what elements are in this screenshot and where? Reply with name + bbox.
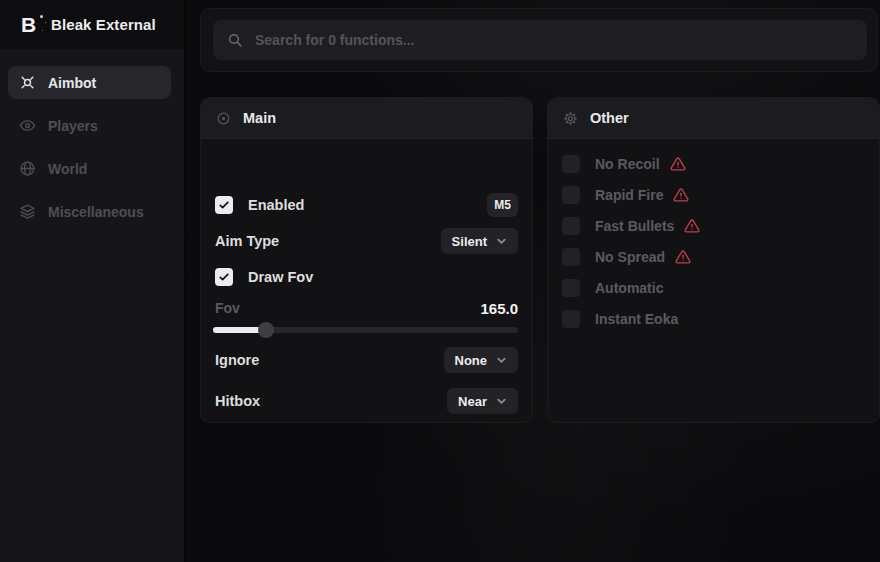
draw-fov-label: Draw Fov (248, 269, 313, 285)
crosshair-icon (19, 74, 36, 91)
main-panel-header: Main (201, 98, 532, 139)
sidebar-header: B Bleak External (0, 0, 184, 50)
fov-slider-fill (213, 327, 265, 333)
enabled-label: Enabled (248, 197, 304, 213)
sidebar-nav: Aimbot Players World (8, 66, 171, 228)
warning-icon (670, 156, 686, 172)
no-recoil-row: No Recoil (562, 155, 865, 173)
automatic-checkbox[interactable] (562, 279, 580, 297)
aim-type-row: Aim Type Silent (215, 228, 518, 254)
chevron-down-icon (496, 396, 507, 407)
app-logo-icon: B (16, 13, 40, 37)
no-spread-checkbox[interactable] (562, 248, 580, 266)
enabled-keybind-button[interactable]: M5 (487, 193, 518, 217)
hitbox-label: Hitbox (215, 393, 260, 409)
fov-row: Fov 165.0 (215, 299, 518, 317)
fov-label: Fov (215, 300, 240, 316)
no-recoil-checkbox[interactable] (562, 155, 580, 173)
fast-bullets-checkbox[interactable] (562, 217, 580, 235)
hitbox-value: Near (458, 394, 487, 409)
search-input[interactable] (255, 32, 853, 48)
hitbox-row: Hitbox Near (215, 388, 518, 414)
globe-icon (19, 160, 36, 177)
main-panel: Main Enabled M5 Aim Type Silent (200, 97, 533, 423)
sidebar-item-world[interactable]: World (8, 152, 171, 185)
search-box[interactable] (213, 20, 867, 60)
draw-fov-checkbox[interactable] (215, 268, 233, 286)
app-title: Bleak External (51, 16, 156, 33)
ignore-value: None (455, 353, 488, 368)
sidebar-item-players[interactable]: Players (8, 109, 171, 142)
enabled-row: Enabled M5 (215, 193, 518, 217)
instant-eoka-checkbox[interactable] (562, 310, 580, 328)
other-panel: Other No Recoil Rapid Fire Fast Bullets (547, 97, 880, 423)
fov-slider-thumb[interactable] (258, 322, 274, 338)
no-spread-label: No Spread (595, 249, 665, 265)
ignore-dropdown[interactable]: None (444, 347, 519, 373)
layers-icon (19, 203, 36, 220)
no-recoil-label: No Recoil (595, 156, 660, 172)
aim-type-label: Aim Type (215, 233, 279, 249)
search-panel (200, 8, 878, 72)
search-icon (227, 32, 243, 48)
enabled-checkbox[interactable] (215, 196, 233, 214)
ignore-label: Ignore (215, 352, 259, 368)
warning-icon (675, 249, 691, 265)
eye-icon (19, 117, 36, 134)
aim-type-dropdown[interactable]: Silent (441, 228, 518, 254)
sidebar-item-aimbot[interactable]: Aimbot (8, 66, 171, 99)
chevron-down-icon (496, 236, 507, 247)
sidebar-item-label: Aimbot (48, 75, 96, 91)
other-panel-title: Other (590, 110, 629, 126)
rapid-fire-label: Rapid Fire (595, 187, 663, 203)
instant-eoka-label: Instant Eoka (595, 311, 678, 327)
fov-value: 165.0 (480, 300, 518, 317)
fov-slider[interactable] (213, 322, 518, 338)
sidebar-item-label: Miscellaneous (48, 204, 144, 220)
check-icon (218, 199, 230, 211)
sidebar-item-label: Players (48, 118, 98, 134)
target-icon (216, 111, 231, 126)
hitbox-dropdown[interactable]: Near (447, 388, 518, 414)
fast-bullets-row: Fast Bullets (562, 217, 865, 235)
main-panel-title: Main (243, 110, 276, 126)
other-panel-body: No Recoil Rapid Fire Fast Bullets (548, 139, 879, 328)
ignore-row: Ignore None (215, 347, 518, 373)
warning-icon (684, 218, 700, 234)
check-icon (218, 271, 230, 283)
rapid-fire-row: Rapid Fire (562, 186, 865, 204)
sidebar-item-label: World (48, 161, 87, 177)
draw-fov-row: Draw Fov (215, 265, 518, 289)
warning-icon (673, 187, 689, 203)
app-window: B Bleak External Aimbot Players (0, 0, 880, 562)
rapid-fire-checkbox[interactable] (562, 186, 580, 204)
instant-eoka-row: Instant Eoka (562, 310, 865, 328)
fast-bullets-label: Fast Bullets (595, 218, 674, 234)
chevron-down-icon (496, 355, 507, 366)
automatic-label: Automatic (595, 280, 663, 296)
gear-icon (563, 111, 578, 126)
no-spread-row: No Spread (562, 248, 865, 266)
sidebar: B Bleak External Aimbot Players (0, 0, 185, 562)
sidebar-item-miscellaneous[interactable]: Miscellaneous (8, 195, 171, 228)
other-panel-header: Other (548, 98, 879, 139)
automatic-row: Automatic (562, 279, 865, 297)
aim-type-value: Silent (452, 234, 487, 249)
